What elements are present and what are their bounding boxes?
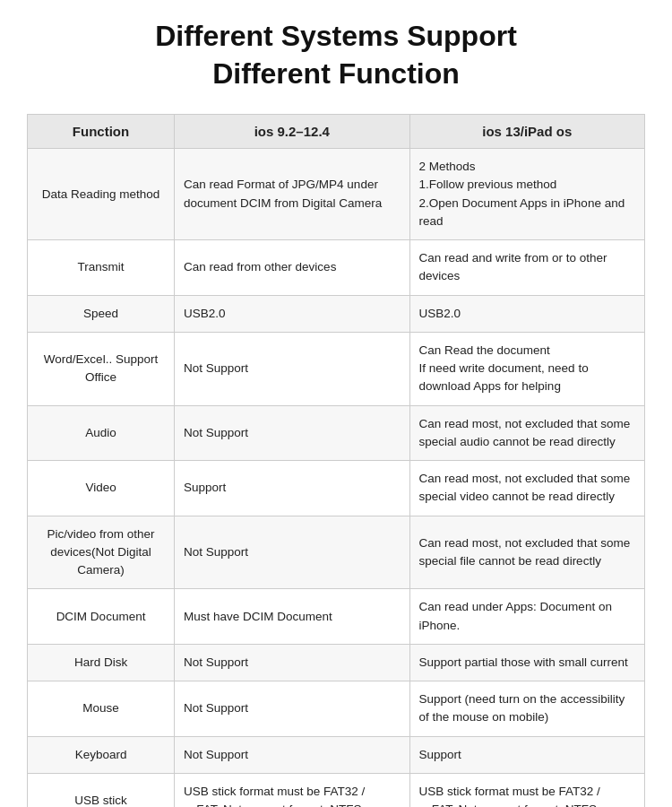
ios-cell: Not Support bbox=[175, 516, 409, 589]
table-row: TransmitCan read from other devicesCan r… bbox=[28, 240, 645, 296]
function-cell: Keyboard bbox=[28, 736, 175, 773]
table-row: KeyboardNot SupportSupport bbox=[28, 736, 645, 773]
ipad-cell: Support (need turn on the accessibility … bbox=[409, 681, 644, 737]
page-title: Different Systems Support Different Func… bbox=[27, 18, 645, 92]
ios-cell: Not Support bbox=[175, 405, 409, 461]
col-header-ios: ios 9.2–12.4 bbox=[175, 115, 409, 149]
ipad-cell: Can read most, not excluded that some sp… bbox=[409, 516, 644, 589]
col-header-ipad: ios 13/iPad os bbox=[409, 115, 644, 149]
ios-cell: Can read Format of JPG/MP4 under documen… bbox=[175, 149, 409, 240]
function-cell: Mouse bbox=[28, 681, 175, 737]
function-cell: Pic/video from other devices(Not Digital… bbox=[28, 516, 175, 589]
ipad-cell: USB2.0 bbox=[409, 295, 644, 332]
ios-cell: USB stick format must be FAT32 / exFAT. … bbox=[175, 773, 409, 807]
ipad-cell: Can Read the documentIf need write docum… bbox=[409, 332, 644, 405]
function-cell: Audio bbox=[28, 405, 175, 461]
function-cell: Speed bbox=[28, 295, 175, 332]
table-row: Word/Excel.. Support OfficeNot SupportCa… bbox=[28, 332, 645, 405]
table-row: VideoSupportCan read most, not excluded … bbox=[28, 461, 645, 516]
ios-cell: Not Support bbox=[175, 681, 409, 737]
col-header-function: Function bbox=[28, 115, 175, 149]
table-row: SpeedUSB2.0USB2.0 bbox=[28, 295, 645, 332]
ipad-cell: Can read most, not excluded that some sp… bbox=[409, 461, 644, 516]
ios-cell: Not Support bbox=[175, 644, 409, 681]
ios-cell: Must have DCIM Document bbox=[175, 589, 409, 645]
function-cell: DCIM Document bbox=[28, 589, 175, 645]
ipad-cell: Support partial those with small current bbox=[409, 644, 644, 681]
ios-cell: Not Support bbox=[175, 736, 409, 773]
table-row: AudioNot SupportCan read most, not exclu… bbox=[28, 405, 645, 461]
ios-cell: Not Support bbox=[175, 332, 409, 405]
ipad-cell: 2 Methods1.Follow previous method2.Open … bbox=[409, 149, 644, 240]
ipad-cell: Can read and write from or to other devi… bbox=[409, 240, 644, 296]
table-row: DCIM DocumentMust have DCIM DocumentCan … bbox=[28, 589, 645, 645]
ipad-cell: Support bbox=[409, 736, 644, 773]
ipad-cell: USB stick format must be FAT32 / exFAT. … bbox=[409, 773, 644, 807]
ipad-cell: Can read most, not excluded that some sp… bbox=[409, 405, 644, 461]
table-row: Data Reading methodCan read Format of JP… bbox=[28, 149, 645, 240]
table-row: USB stickUSB stick format must be FAT32 … bbox=[28, 773, 645, 807]
function-cell: Transmit bbox=[28, 240, 175, 296]
function-cell: Hard Disk bbox=[28, 644, 175, 681]
function-cell: Video bbox=[28, 461, 175, 516]
comparison-table: Function ios 9.2–12.4 ios 13/iPad os Dat… bbox=[27, 114, 645, 807]
ios-cell: USB2.0 bbox=[175, 295, 409, 332]
ios-cell: Can read from other devices bbox=[175, 240, 409, 296]
ios-cell: Support bbox=[175, 461, 409, 516]
function-cell: Word/Excel.. Support Office bbox=[28, 332, 175, 405]
function-cell: Data Reading method bbox=[28, 149, 175, 240]
function-cell: USB stick bbox=[28, 773, 175, 807]
table-row: MouseNot SupportSupport (need turn on th… bbox=[28, 681, 645, 737]
table-row: Pic/video from other devices(Not Digital… bbox=[28, 516, 645, 589]
ipad-cell: Can read under Apps: Document on iPhone. bbox=[409, 589, 644, 645]
table-row: Hard DiskNot SupportSupport partial thos… bbox=[28, 644, 645, 681]
